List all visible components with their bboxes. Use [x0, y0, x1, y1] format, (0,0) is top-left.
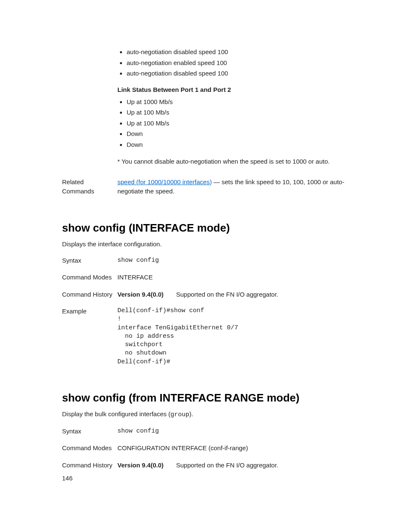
syntax-label: Syntax	[62, 427, 117, 436]
list-item: Down	[127, 129, 358, 139]
command-history-label: Command History	[62, 461, 117, 470]
page: auto-negotiation disabled speed 100 auto…	[0, 0, 400, 532]
section-desc-2: Display the bulk configured interfaces (…	[62, 410, 358, 418]
related-commands-value: speed (for 1000/10000 interfaces) — sets…	[117, 177, 358, 196]
version-desc: Supported on the FN I/O aggregator.	[176, 461, 358, 470]
version-desc: Supported on the FN I/O aggregator.	[176, 290, 358, 300]
command-modes-row: Command Modes INTERFACE	[62, 273, 358, 282]
version-number: Version 9.4(0.0)	[117, 290, 176, 300]
list-item: auto-negotiation disabled speed 100	[127, 47, 358, 57]
top-content-block: auto-negotiation disabled speed 100 auto…	[117, 47, 358, 167]
syntax-row-2: Syntax show config	[62, 427, 358, 436]
page-number: 146	[62, 475, 73, 482]
syntax-label: Syntax	[62, 256, 117, 266]
list-item: Up at 100 Mb/s	[127, 108, 358, 117]
example-value: Dell(conf-if)#show conf ! interface TenG…	[117, 307, 358, 366]
section-title-show-config-interface-range: show config (from INTERFACE RANGE mode)	[62, 391, 358, 404]
command-modes-value: INTERFACE	[117, 273, 358, 282]
version-number: Version 9.4(0.0)	[117, 461, 176, 470]
command-modes-label: Command Modes	[62, 443, 117, 453]
top-bullet-list: auto-negotiation disabled speed 100 auto…	[117, 47, 358, 78]
speed-interfaces-link[interactable]: speed (for 1000/10000 interfaces)	[117, 178, 212, 185]
list-item: Up at 100 Mb/s	[127, 119, 358, 128]
section-desc: Displays the interface configuration.	[62, 240, 358, 248]
command-modes-value: CONFIGURATION INTERFACE (conf-if-range)	[117, 443, 358, 453]
command-modes-label: Command Modes	[62, 273, 117, 282]
command-history-label: Command History	[62, 290, 117, 300]
section-title-show-config-interface: show config (INTERFACE mode)	[62, 222, 358, 235]
command-modes-row-2: Command Modes CONFIGURATION INTERFACE (c…	[62, 443, 358, 453]
list-item: Down	[127, 140, 358, 150]
syntax-value: show config	[117, 256, 358, 266]
version-table: Version 9.4(0.0) Supported on the FN I/O…	[117, 461, 358, 470]
related-commands-label: Related Commands	[62, 177, 117, 196]
list-item: auto-negotiation enabled speed 100	[127, 58, 358, 68]
version-table: Version 9.4(0.0) Supported on the FN I/O…	[117, 290, 358, 300]
command-history-value: Version 9.4(0.0) Supported on the FN I/O…	[117, 461, 358, 470]
example-code: Dell(conf-if)#show conf ! interface TenG…	[117, 307, 358, 366]
command-history-row-2: Command History Version 9.4(0.0) Support…	[62, 461, 358, 470]
desc-post: ).	[189, 410, 193, 417]
link-status-heading: Link Status Between Port 1 and Port 2	[117, 86, 358, 93]
desc-code: group	[170, 411, 189, 418]
link-status-list: Up at 1000 Mb/s Up at 100 Mb/s Up at 100…	[117, 97, 358, 150]
list-item: auto-negotiation disabled speed 100	[127, 69, 358, 78]
desc-pre: Display the bulk configured interfaces (	[62, 410, 170, 417]
list-item: Up at 1000 Mb/s	[127, 97, 358, 107]
example-label: Example	[62, 307, 117, 366]
example-row: Example Dell(conf-if)#show conf ! interf…	[62, 307, 358, 366]
command-history-value: Version 9.4(0.0) Supported on the FN I/O…	[117, 290, 358, 300]
command-history-row: Command History Version 9.4(0.0) Support…	[62, 290, 358, 300]
footnote-text: * You cannot disable auto-negotiation wh…	[117, 157, 358, 167]
syntax-value: show config	[117, 427, 358, 436]
related-commands-row: Related Commands speed (for 1000/10000 i…	[62, 177, 358, 196]
syntax-row: Syntax show config	[62, 256, 358, 266]
